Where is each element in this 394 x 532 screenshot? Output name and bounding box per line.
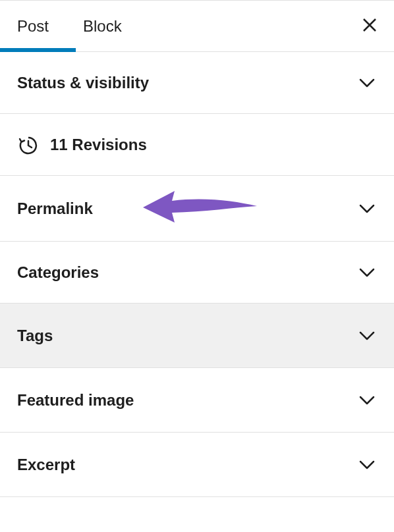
chevron-down-icon (357, 455, 377, 475)
panel-status-title: Status & visibility (17, 74, 149, 92)
settings-panel: Post Block Status & visibility (0, 0, 394, 497)
chevron-down-icon (357, 326, 377, 346)
tab-block-label: Block (83, 17, 122, 36)
panel-featured-image[interactable]: Featured image (0, 368, 394, 433)
panel-revisions[interactable]: 11 Revisions (0, 114, 394, 176)
panel-permalink-title: Permalink (17, 200, 93, 218)
close-icon (362, 16, 377, 36)
panel-categories-title: Categories (17, 263, 99, 282)
panel-excerpt-title: Excerpt (17, 456, 75, 474)
panel-categories[interactable]: Categories (0, 242, 394, 304)
tabs-container: Post Block (17, 1, 122, 51)
panel-tags[interactable]: Tags (0, 304, 394, 368)
history-icon (17, 134, 38, 155)
close-button[interactable] (362, 17, 377, 36)
tab-post-label: Post (17, 17, 49, 36)
panel-revisions-title: 11 Revisions (50, 136, 147, 154)
panel-permalink[interactable]: Permalink (0, 176, 394, 242)
chevron-down-icon (357, 199, 377, 219)
chevron-down-icon (357, 390, 377, 410)
panel-tags-title: Tags (17, 327, 53, 345)
chevron-down-icon (357, 73, 377, 93)
tab-post[interactable]: Post (17, 1, 49, 51)
revisions-content: 11 Revisions (17, 134, 147, 155)
panel-status-visibility[interactable]: Status & visibility (0, 52, 394, 114)
tab-block[interactable]: Block (83, 1, 122, 51)
panel-featured-image-title: Featured image (17, 391, 134, 410)
tabs-header: Post Block (0, 1, 394, 52)
chevron-down-icon (357, 263, 377, 282)
annotation-arrow (128, 181, 260, 236)
panel-excerpt[interactable]: Excerpt (0, 433, 394, 497)
